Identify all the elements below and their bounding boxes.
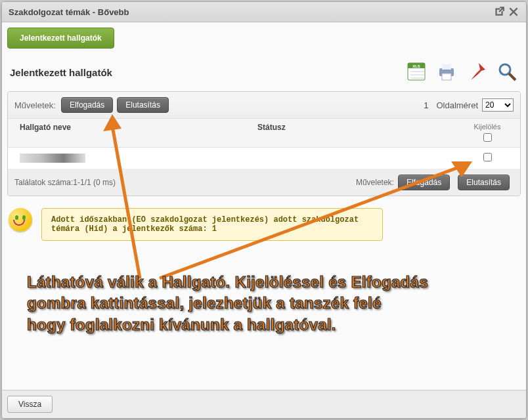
print-icon[interactable] [435, 60, 458, 85]
xls-export-icon[interactable]: XLS [405, 60, 428, 85]
annotation-line-1: Láthatóvá válik a Hallgató. Kijelöléssel… [27, 272, 447, 293]
result-count: Találatok száma:1-1/1 (0 ms) [14, 178, 356, 187]
page-size-select[interactable]: 20 [482, 98, 514, 112]
window-title: Szakdolgozat témák - Bővebb [9, 7, 491, 17]
col-header-select-label: Kijelölés [461, 123, 514, 131]
page-number: 1 [424, 100, 428, 110]
info-bubble: Adott időszakban (EO szakdolgozat jelent… [41, 208, 383, 241]
col-header-status[interactable]: Státusz [257, 123, 461, 143]
ops-row-bottom: Műveletek: Elfogadás Elutasítás [356, 175, 514, 190]
close-icon[interactable] [508, 6, 519, 18]
table-panel: Műveletek: Elfogadás Elutasítás 1 Oldalm… [7, 91, 521, 196]
toolbar-icons: XLS [405, 60, 518, 85]
titlebar: Szakdolgozat témák - Bővebb [2, 2, 526, 22]
col-header-name[interactable]: Hallgató neve [14, 123, 257, 143]
section-header: Jelentkezett hallgatók XLS [7, 54, 521, 91]
accept-button-bottom[interactable]: Elfogadás [398, 175, 450, 190]
annotation-line-2: gombra kattintással, jelezhetjük a tansz… [27, 293, 447, 314]
ops-label-bottom: Műveletek: [356, 178, 394, 187]
svg-point-9 [500, 64, 510, 75]
svg-rect-7 [442, 64, 451, 70]
table-row[interactable] [8, 148, 520, 169]
table-footer: Találatok száma:1-1/1 (0 ms) Műveletek: … [8, 169, 520, 196]
pager: 1 Oldalméret 20 [424, 98, 514, 112]
student-name-redacted [20, 154, 85, 163]
svg-line-10 [509, 74, 516, 80]
smiley-icon [9, 208, 32, 232]
dialog-window: Szakdolgozat témák - Bővebb Jelentkezett… [1, 1, 527, 419]
ops-row-top: Műveletek: Elfogadás Elutasítás 1 Oldalm… [8, 92, 520, 119]
section-title: Jelentkezett hallgatók [10, 67, 112, 78]
svg-rect-8 [442, 74, 451, 80]
pin-icon[interactable] [466, 60, 488, 85]
back-button[interactable]: Vissza [7, 396, 53, 413]
svg-text:XLS: XLS [412, 64, 420, 68]
info-note: Adott időszakban (EO szakdolgozat jelent… [9, 208, 521, 241]
ops-label: Műveletek: [14, 100, 56, 110]
popout-icon[interactable] [493, 6, 505, 18]
col-header-select: Kijelölés [461, 123, 514, 143]
content-area: Jelentkezett hallgatók Jelentkezett hall… [2, 22, 526, 390]
table-header: Hallgató neve Státusz Kijelölés [8, 119, 520, 148]
search-icon[interactable] [496, 60, 518, 85]
accept-button-top[interactable]: Elfogadás [61, 97, 113, 113]
reject-button-top[interactable]: Elutasítás [117, 97, 169, 113]
dialog-footer: Vissza [2, 390, 526, 418]
tab-registered-students[interactable]: Jelentkezett hallgatók [7, 28, 114, 49]
annotation-text: Láthatóvá válik a Hallgató. Kijelöléssel… [27, 272, 447, 335]
select-all-checkbox[interactable] [483, 133, 492, 142]
reject-button-bottom[interactable]: Elutasítás [458, 175, 510, 190]
cell-select [461, 153, 514, 163]
annotation-line-3: hogy foglalkozni kívánunk a hallgatóval. [27, 314, 447, 335]
cell-name [14, 154, 257, 163]
row-select-checkbox[interactable] [483, 153, 492, 161]
page-size-label: Oldalméret [436, 100, 478, 110]
